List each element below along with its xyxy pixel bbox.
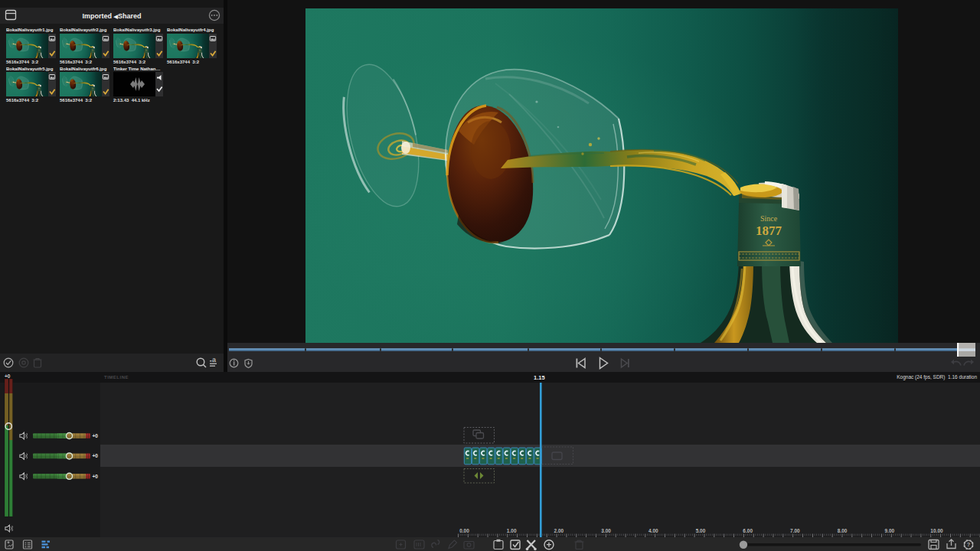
svg-text:1.00: 1.00: [507, 528, 517, 533]
svg-text:5.00: 5.00: [696, 528, 706, 533]
svg-text:+0: +0: [93, 474, 99, 479]
svg-text:a: a: [212, 356, 217, 364]
svg-text:10.00: 10.00: [930, 528, 943, 533]
svg-text:3.00: 3.00: [601, 528, 611, 533]
svg-text:6.00: 6.00: [743, 528, 753, 533]
svg-text:0.00: 0.00: [459, 528, 469, 533]
svg-text:+0: +0: [93, 433, 99, 439]
svg-text:9.00: 9.00: [884, 528, 894, 533]
svg-text:?: ?: [967, 541, 971, 548]
svg-text:4.00: 4.00: [648, 528, 658, 533]
svg-text:7.00: 7.00: [790, 528, 800, 533]
svg-text:8.00: 8.00: [838, 528, 848, 533]
svg-text:+0: +0: [93, 453, 99, 458]
svg-text:2.00: 2.00: [554, 528, 564, 533]
